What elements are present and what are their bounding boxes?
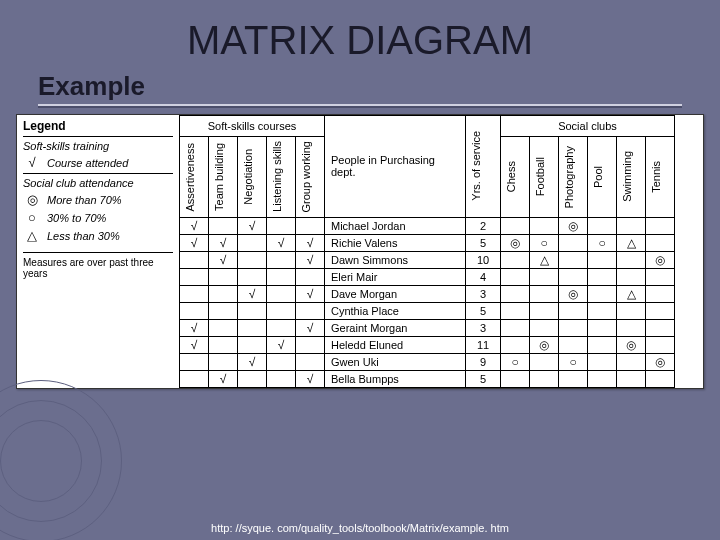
legend-check-row: √ Course attended [23,155,173,170]
club-cell: ○ [530,234,559,251]
person-name: Dave Morgan [325,285,466,302]
club-cell: ○ [501,353,530,370]
soft-cell [296,268,325,285]
soft-col-header: Group working [296,137,325,218]
club-cell: ◎ [530,336,559,353]
person-name: Gwen Uki [325,353,466,370]
club-col-header: Tennis [646,137,675,218]
soft-cell [180,268,209,285]
club-cell [588,217,617,234]
soft-cell [209,336,238,353]
club-cell [617,268,646,285]
club-cell [559,336,588,353]
club-cell [617,217,646,234]
soft-cell [209,353,238,370]
bg-decoration [0,380,160,540]
person-name: Eleri Mair [325,268,466,285]
club-cell [530,302,559,319]
club-cell [588,336,617,353]
soft-cell [180,353,209,370]
club-cell [617,319,646,336]
legend-check-label: Course attended [47,157,173,169]
triangle-icon: △ [23,228,41,243]
club-cell [646,370,675,387]
club-cell: △ [617,234,646,251]
club-cell [617,251,646,268]
club-cell [501,336,530,353]
club-cell [646,302,675,319]
club-cell [559,234,588,251]
soft-cell [267,353,296,370]
club-cell [530,285,559,302]
club-cell [530,370,559,387]
soft-cell: √ [238,353,267,370]
years-cell: 5 [466,302,501,319]
club-cell [646,319,675,336]
club-cell [646,234,675,251]
club-col-header: Swimming [617,137,646,218]
club-cell: ◎ [646,251,675,268]
soft-cell [209,268,238,285]
club-cell: ◎ [617,336,646,353]
soft-cell [267,302,296,319]
years-cell: 10 [466,251,501,268]
legend-low-label: Less than 30% [47,230,173,242]
club-cell [617,353,646,370]
table-row: √√Heledd Eluned11◎◎ [180,336,675,353]
club-cell [501,217,530,234]
footer-url: http: //syque. com/quality_tools/toolboo… [0,522,720,534]
club-cell [617,302,646,319]
soft-cell: √ [209,251,238,268]
legend-row-low: △ Less than 30% [23,228,173,243]
table-row: √√√√Richie Valens5◎○○△ [180,234,675,251]
divider [38,104,682,108]
club-cell [588,285,617,302]
legend: Legend Soft-skills training √ Course att… [17,115,179,388]
soft-cell [296,353,325,370]
soft-cell [267,370,296,387]
club-cell [588,370,617,387]
soft-cell [267,251,296,268]
club-col-header: Football [530,137,559,218]
club-cell [559,251,588,268]
club-cell [501,268,530,285]
club-cell [646,268,675,285]
people-group-header: People in Purchasing dept. [325,116,466,218]
years-cell: 2 [466,217,501,234]
soft-cell: √ [209,370,238,387]
club-cell: △ [617,285,646,302]
club-cell [559,370,588,387]
person-name: Dawn Simmons [325,251,466,268]
subtitle: Example [0,67,720,104]
soft-cell [209,217,238,234]
soft-cell: √ [238,285,267,302]
soft-cell: √ [296,370,325,387]
years-cell: 4 [466,268,501,285]
table-row: Cynthia Place5 [180,302,675,319]
club-cell [501,370,530,387]
legend-mid-label: 30% to 70% [47,212,173,224]
club-cell [646,217,675,234]
club-cell: ○ [559,353,588,370]
table-row: √√Geraint Morgan3 [180,319,675,336]
soft-cell: √ [296,234,325,251]
soft-cell [180,302,209,319]
club-cell [530,268,559,285]
club-cell [501,302,530,319]
person-name: Cynthia Place [325,302,466,319]
person-name: Michael Jordan [325,217,466,234]
years-cell: 9 [466,353,501,370]
soft-cell: √ [209,234,238,251]
soft-cell [180,251,209,268]
clubs-group-header: Social clubs [501,116,675,137]
soft-cell [238,336,267,353]
soft-cell [238,251,267,268]
soft-cell [238,319,267,336]
soft-cell [267,319,296,336]
soft-cell: √ [296,251,325,268]
club-cell [559,319,588,336]
table-row: √√Bella Bumpps5 [180,370,675,387]
soft-cell [296,302,325,319]
soft-cell: √ [180,234,209,251]
soft-cell [209,285,238,302]
